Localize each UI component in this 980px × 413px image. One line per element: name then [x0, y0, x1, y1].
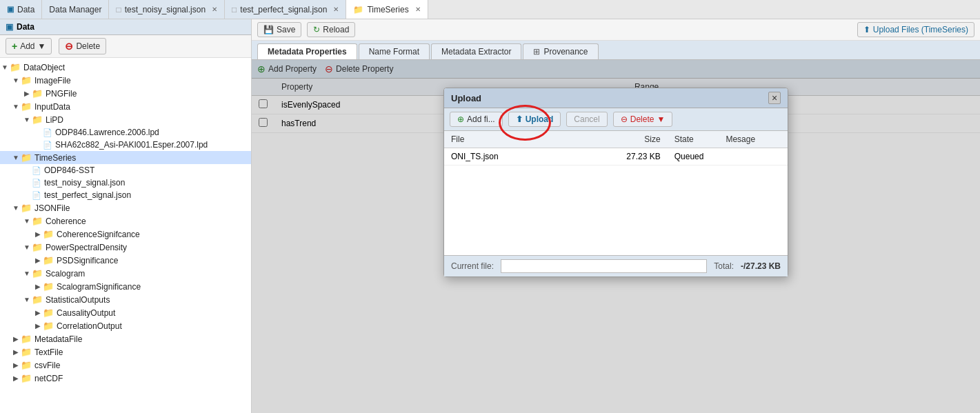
close-noisy-signal[interactable]: ✕: [212, 6, 217, 13]
save-button[interactable]: 💾 Save: [257, 22, 301, 37]
dialog-toolbar: ⊕ Add fi... ⬆ Upload Cancel: [444, 108, 788, 131]
dialog-title-bar: Upload ×: [444, 88, 788, 108]
expand-arrow[interactable]: ▼: [11, 77, 21, 84]
right-toolbar: 💾 Save ↻ Reload ⬆ Upload Files (TimeSeri…: [252, 19, 980, 41]
close-perfect-signal[interactable]: ✕: [333, 6, 339, 13]
tree-item[interactable]: 📄test_perfect_signal.json: [0, 189, 251, 201]
tree-item[interactable]: ▶📁CoherenceSignifcance: [0, 228, 251, 241]
tree-item[interactable]: ▶📁MetadataFile: [0, 332, 251, 345]
tree-item[interactable]: ▼📁JSONFile: [0, 201, 251, 214]
top-bar: ▣ Data Data Manager □ test_noisy_signal.…: [0, 0, 980, 19]
tree-item[interactable]: ▶📁netCDF: [0, 372, 251, 385]
data-tab[interactable]: ▣ Data: [0, 0, 42, 19]
tab-name-format[interactable]: Name Format: [359, 43, 430, 59]
expand-arrow[interactable]: ▼: [22, 270, 32, 277]
tree-item[interactable]: ▶📁CausalityOutput: [0, 306, 251, 319]
tree-item[interactable]: ▼📁ImageFile: [0, 74, 251, 87]
tree-item[interactable]: 📄ODP846.Lawrence.2006.lpd: [0, 126, 251, 139]
tree-item[interactable]: ▼📁StatisticalOutputs: [0, 293, 251, 306]
tree-item[interactable]: ▶📁CorrelationOutput: [0, 319, 251, 332]
expand-arrow[interactable]: ▼: [22, 116, 32, 123]
expand-arrow[interactable]: ▼: [0, 63, 10, 71]
tree-item[interactable]: 📄ODP846-SST: [0, 164, 251, 177]
expand-arrow[interactable]: ▼: [22, 243, 32, 251]
tree-label: csvFile: [34, 361, 60, 370]
dialog-close-button[interactable]: ×: [768, 92, 781, 104]
add-button[interactable]: + Add ▼: [6, 38, 52, 54]
tree-item[interactable]: ▶📁TextFile: [0, 345, 251, 359]
tree-label: PNGFile: [46, 89, 77, 99]
add-files-label: Add fi...: [467, 114, 495, 124]
expand-arrow[interactable]: ▶: [11, 374, 21, 382]
expand-arrow[interactable]: ▶: [22, 90, 32, 97]
expand-arrow[interactable]: ▶: [11, 335, 21, 343]
expand-arrow[interactable]: ▼: [11, 103, 21, 110]
tree-label: Coherence: [46, 216, 86, 226]
tab-perfect-signal[interactable]: □ test_perfect_signal.json ✕: [225, 0, 346, 19]
right-toolbar-right: ⬆ Upload Files (TimeSeries): [857, 22, 974, 37]
delete-button[interactable]: ⊖ Delete: [59, 38, 106, 54]
folder-icon: 📁: [43, 321, 54, 331]
plus-icon: +: [12, 41, 17, 52]
tree-item[interactable]: ▼📁Coherence: [0, 214, 251, 228]
file-col-name: File: [444, 131, 616, 148]
file-col-name-label: File: [451, 134, 464, 144]
tree-item[interactable]: ▶📁ScalogramSignificance: [0, 280, 251, 293]
expand-arrow[interactable]: ▶: [33, 230, 43, 238]
upload-btn-label: Upload: [526, 114, 554, 124]
tree-item[interactable]: ▼📁TimeSeries: [0, 151, 251, 164]
expand-arrow[interactable]: ▶: [33, 309, 43, 316]
tree-container[interactable]: ▼📁DataObject▼📁ImageFile▶📁PNGFile▼📁InputD…: [0, 58, 251, 413]
tab-noisy-signal[interactable]: □ test_noisy_signal.json ✕: [109, 0, 225, 19]
file-col-state: State: [668, 131, 719, 148]
expand-arrow[interactable]: ▼: [11, 154, 21, 161]
tree-item[interactable]: 📄test_noisy_signal.json: [0, 177, 251, 189]
tree-label: SHA62c882_Asi-PAKI001.Esper.2007.lpd: [55, 140, 208, 150]
file-size: 27.23 KB: [616, 148, 668, 165]
main-layout: ▣ Data + Add ▼ ⊖ Delete ▼📁DataObject▼📁Im…: [0, 19, 980, 413]
file-row[interactable]: ONI_TS.json 27.23 KB Queued: [444, 148, 788, 165]
add-files-button[interactable]: ⊕ Add fi...: [450, 112, 503, 127]
expand-arrow[interactable]: ▶: [33, 322, 43, 330]
cancel-button[interactable]: Cancel: [566, 112, 607, 127]
tree-item[interactable]: ▼📁LiPD: [0, 113, 251, 126]
tree-item[interactable]: ▶📁PSDSignificance: [0, 254, 251, 267]
tree-label: test_perfect_signal.json: [44, 190, 131, 200]
tab-timeseries[interactable]: 📁 TimeSeries ✕: [346, 0, 428, 19]
dialog-delete-button[interactable]: ⊖ Delete ▼: [613, 112, 673, 127]
tree-item[interactable]: ▼📁DataObject: [0, 61, 251, 74]
expand-arrow[interactable]: ▶: [33, 283, 43, 290]
tree-item[interactable]: ▶📁csvFile: [0, 359, 251, 372]
file-icon: 📄: [32, 179, 41, 188]
tree-item[interactable]: ▼📁Scalogram: [0, 267, 251, 280]
expand-arrow[interactable]: ▼: [11, 204, 21, 212]
folder-icon: 📁: [21, 203, 32, 213]
tab-metadata-properties[interactable]: Metadata Properties: [257, 43, 357, 59]
reload-label: Reload: [323, 25, 349, 34]
tree-label: DataObject: [23, 63, 65, 72]
expand-arrow[interactable]: ▶: [11, 361, 21, 369]
file-col-message: Mesage: [719, 131, 788, 148]
tab-data-manager[interactable]: Data Manager: [42, 0, 109, 19]
dialog-delete-label: Delete: [630, 114, 654, 124]
tree-item[interactable]: ▼📁InputData: [0, 100, 251, 113]
folder-icon: 📁: [32, 294, 43, 305]
expand-arrow[interactable]: ▼: [22, 296, 32, 303]
tab-metadata-extractor[interactable]: Metadata Extractor: [431, 43, 521, 59]
expand-arrow[interactable]: ▶: [11, 348, 21, 356]
expand-arrow[interactable]: ▼: [22, 217, 32, 225]
upload-button[interactable]: ⬆ Upload: [508, 112, 561, 127]
close-timeseries[interactable]: ✕: [415, 6, 421, 13]
tree-item[interactable]: 📄SHA62c882_Asi-PAKI001.Esper.2007.lpd: [0, 139, 251, 151]
expand-arrow[interactable]: ▶: [33, 256, 43, 264]
tree-item[interactable]: ▶📁PNGFile: [0, 87, 251, 100]
provenance-table-icon: ⊞: [533, 47, 540, 57]
total-value: -/27.23 KB: [741, 261, 781, 271]
tab-provenance[interactable]: ⊞ Provenance: [523, 43, 598, 59]
upload-files-button[interactable]: ⬆ Upload Files (TimeSeries): [857, 22, 974, 37]
tree-item[interactable]: ▼📁PowerSpectralDensity: [0, 241, 251, 254]
file-message: [719, 148, 788, 165]
reload-button[interactable]: ↻ Reload: [307, 22, 355, 37]
cancel-label: Cancel: [574, 114, 599, 124]
current-file-input[interactable]: [501, 259, 707, 273]
